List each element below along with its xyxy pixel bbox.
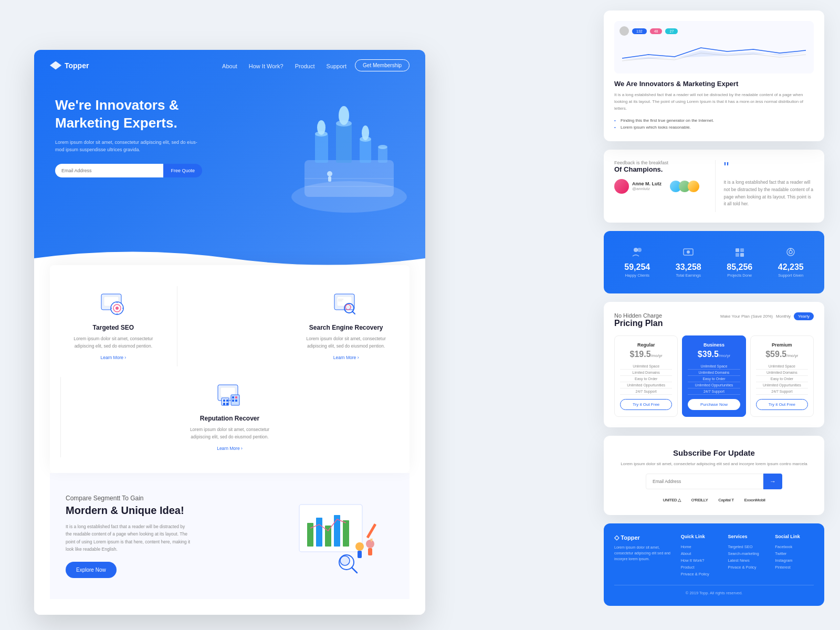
mini-chart-svg [620,40,808,64]
plan-premium: Premium $59.5/mo/yr Unlimited Space Unli… [750,335,814,417]
target-icon [98,291,129,318]
footer-social-fb[interactable]: Facebook [775,543,814,550]
footer-quicklink-list: Home About How It Work? Product Privace … [681,543,720,578]
svg-rect-46 [307,523,313,547]
marketing-title: We Are Innovators & Marketing Expert [614,80,814,88]
feature-p-3: Unlimited Oppurtunities [756,382,808,388]
rating-dots [670,181,699,192]
marketing-point-1: Finding this the first true generator on… [614,117,814,124]
footer-link-privacy[interactable]: Privace & Policy [681,571,720,578]
pricing-toggle[interactable]: Make Your Plan (Save 20%) Monthly Yearly [720,312,814,320]
svg-point-63 [687,250,690,254]
toggle-monthly-label: Monthly [776,314,791,319]
plan-premium-cta[interactable]: Try it Out Free [756,399,808,410]
svg-point-69 [789,250,792,254]
stat-label-0: Happy Clients [614,273,660,278]
nav-how[interactable]: How It Work? [249,63,284,69]
dash-header: 132 48 27 [620,26,808,36]
footer-brand: ◇ Topper Lorem ipsum dolor sit amet, con… [614,534,673,578]
feature-p-2: Easy to Order [756,376,808,382]
author-name: Anne M. Lutz [632,181,662,186]
free-quote-button[interactable]: Free Quote [163,164,202,177]
nav-about[interactable]: About [222,63,237,69]
footer-svc-0[interactable]: Targeted SEO [728,543,766,550]
service-card-reputation: Reputation Recover Lorem ipsum dolor sit… [177,377,283,457]
rating-dot-3 [688,181,699,192]
feature-b-2: Easy to Order [688,376,740,382]
footer-svc-1[interactable]: Search-marketing [728,550,766,557]
hero-form: Free Quote [55,164,202,177]
hero-content: We're Innovators & Marketing Experts. Lo… [34,81,425,177]
hero-description: Lorem ipsum dolor sit amet, consectetur … [55,139,202,154]
svg-rect-39 [226,403,228,405]
footer-svc-2[interactable]: Latest News [728,557,766,564]
service-divider-2 [60,377,61,457]
brand-capital: Capital T [718,498,733,502]
compare-section: Compare Segmentt To Gain Mordern & Uniqu… [50,473,410,599]
logo: Topper [50,61,89,70]
compare-illustration [289,494,394,578]
stat-num-0: 59,254 [614,262,660,272]
author-avatar [614,179,629,194]
email-input[interactable] [55,164,163,177]
marketing-desc: It is a long established fact that a rea… [614,92,814,112]
svg-point-21 [116,307,119,310]
plan-business-cta[interactable]: Purchase Now [688,399,740,410]
reputation-learn-more[interactable]: Learn More › [217,446,243,451]
clients-svg [632,247,643,257]
footer-svc-3[interactable]: Privace & Policy [728,564,766,571]
search-desc: Lorem ipsum dolor sit amet, consectetur … [298,335,394,350]
footer-link-product[interactable]: Product [681,564,720,571]
services-grid: Targeted SEO Lorem ipsum dolor sit amet,… [60,281,399,463]
footer-link-about[interactable]: About [681,550,720,557]
subscribe-input[interactable] [646,474,763,489]
svg-point-58 [340,556,350,565]
nav-support[interactable]: Support [327,63,347,69]
pricing-title: Pricing Plan [614,319,663,328]
get-membership-button[interactable]: Get Membership [355,59,410,71]
footer-link-how[interactable]: How It Work? [681,557,720,564]
hero-title: We're Innovators & Marketing Experts. [55,97,223,132]
testimonial-author: Anne M. Lutz @annlutz [614,179,705,194]
compare-desc: It is a long established fact that a rea… [66,523,192,553]
nav-product[interactable]: Product [295,63,315,69]
services-inner: Targeted SEO Lorem ipsum dolor sit amet,… [50,265,410,473]
explore-button[interactable]: Explore Now [66,562,117,578]
testimonial-tagline2: Of Champions. [614,165,705,174]
plan-business-price: $39.5/mo/yr [688,350,740,359]
subscribe-title: Subscribe For Update [614,448,814,457]
footer-social-tw[interactable]: Twitter [775,550,814,557]
footer-link-home[interactable]: Home [681,543,720,550]
footer-grid: ◇ Topper Lorem ipsum dolor sit amet, con… [614,534,814,578]
toggle-yearly-button[interactable]: Yearly [794,312,814,320]
feature-r-4: 24/7 Support [620,388,672,395]
search-svg [332,291,361,318]
stat-label-1: Total Earnings [666,273,712,278]
hero-section: Topper About How It Work? Product Suppor… [34,50,425,270]
dash-avatar [620,26,629,36]
reputation-svg [215,382,244,408]
quote-mark: " [724,160,814,175]
plan-regular-cta[interactable]: Try it Out Free [620,399,672,410]
footer-col-services: Services Targeted SEO Search-marketing L… [728,534,766,578]
reputation-icon [214,382,245,408]
svg-rect-54 [368,548,372,555]
svg-rect-44 [235,400,237,402]
svg-line-59 [352,568,357,573]
seo-learn-more[interactable]: Learn More › [100,355,126,360]
brand-united: UNITED △ [663,498,680,502]
reputation-desc: Lorem ipsum dolor sit amet, consectetur … [182,426,278,440]
testimonial-left: Feedback is the breakfast Of Champions. … [614,160,705,212]
pricing-plans: Regular $19.5/mo/yr Unlimited Space Limi… [614,335,814,417]
svg-line-32 [352,311,355,314]
main-website-panel: Topper About How It Work? Product Suppor… [34,50,425,615]
feature-b-4: 24/7 Support [688,388,740,395]
plan-regular-name: Regular [620,342,672,348]
subscribe-button[interactable]: → [763,474,782,489]
footer-social-pi[interactable]: Pinterest [775,564,814,571]
footer-social-ig[interactable]: Instagram [775,557,814,564]
svg-rect-52 [358,551,362,558]
subscribe-desc: Lorem ipsum dolor sit amet, consectetur … [614,461,814,466]
service-card-search: Search Engine Recovery Lorem ipsum dolor… [293,286,399,366]
search-learn-more[interactable]: Learn More › [333,355,359,360]
